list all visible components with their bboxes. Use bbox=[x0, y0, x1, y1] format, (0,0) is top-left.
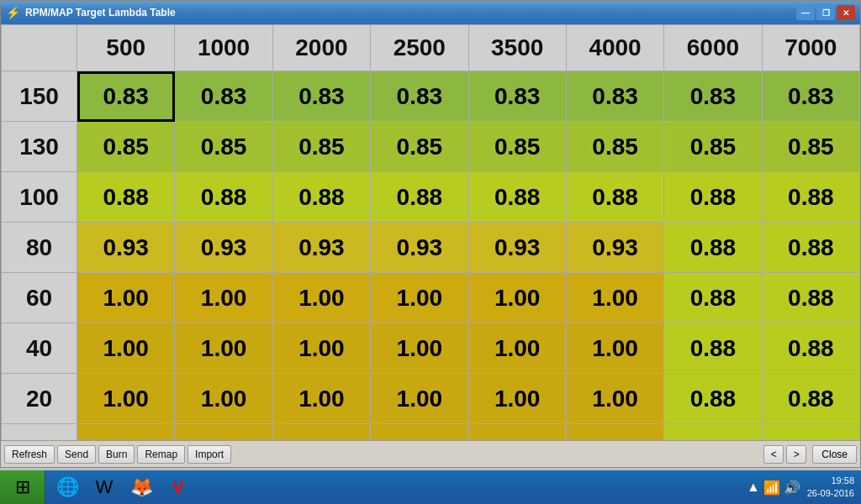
cell-150-500[interactable]: 0.83 bbox=[77, 71, 175, 122]
cell-10-500[interactable]: 1.00 bbox=[77, 424, 175, 441]
cell-60-3500[interactable]: 1.00 bbox=[468, 273, 566, 323]
cell-20-2500[interactable]: 1.00 bbox=[371, 374, 468, 424]
cell-60-2500[interactable]: 1.00 bbox=[371, 273, 468, 323]
cell-150-6000[interactable]: 0.83 bbox=[664, 71, 762, 122]
cell-60-1000[interactable]: 1.00 bbox=[175, 273, 272, 323]
taskbar: ⊞ 🌐 W 🦊 V ▲ 📶 🔊 19:58 26-09-2016 bbox=[0, 470, 861, 504]
cell-10-6000[interactable]: 0.88 bbox=[664, 424, 762, 441]
cell-60-2000[interactable]: 1.00 bbox=[272, 273, 370, 323]
cell-10-2500[interactable]: 1.00 bbox=[371, 424, 468, 441]
cell-150-2500[interactable]: 0.83 bbox=[371, 71, 468, 122]
import-button[interactable]: Import bbox=[188, 445, 231, 464]
cell-20-2000[interactable]: 1.00 bbox=[272, 374, 370, 424]
close-window-button[interactable]: ✕ bbox=[837, 5, 855, 20]
send-button[interactable]: Send bbox=[57, 445, 96, 464]
cell-130-500[interactable]: 0.85 bbox=[77, 122, 175, 172]
cell-80-2500[interactable]: 0.93 bbox=[371, 223, 468, 273]
cell-20-4000[interactable]: 1.00 bbox=[566, 374, 663, 424]
cell-100-6000[interactable]: 0.88 bbox=[664, 172, 762, 223]
cell-130-2500[interactable]: 0.85 bbox=[371, 122, 468, 172]
cell-40-1000[interactable]: 1.00 bbox=[175, 323, 272, 374]
cell-40-500[interactable]: 1.00 bbox=[77, 323, 175, 374]
cell-60-7000[interactable]: 0.88 bbox=[762, 273, 859, 323]
cell-100-3500[interactable]: 0.88 bbox=[468, 172, 566, 223]
cell-10-7000[interactable]: 0.88 bbox=[762, 424, 859, 441]
row-header-130: 130 bbox=[2, 122, 77, 172]
cell-100-2500[interactable]: 0.88 bbox=[371, 172, 468, 223]
cell-80-7000[interactable]: 0.88 bbox=[762, 223, 859, 273]
refresh-button[interactable]: Refresh bbox=[4, 445, 55, 464]
col-header-500[interactable]: 500 bbox=[77, 25, 175, 71]
nav-next-button[interactable]: > bbox=[786, 445, 806, 464]
cell-20-7000[interactable]: 0.88 bbox=[762, 374, 859, 424]
cell-100-500[interactable]: 0.88 bbox=[77, 172, 175, 223]
col-header-4000[interactable]: 4000 bbox=[566, 25, 663, 71]
cell-80-3500[interactable]: 0.93 bbox=[468, 223, 566, 273]
close-button[interactable]: Close bbox=[812, 445, 857, 464]
main-window: ⚡ RPM/MAP Target Lambda Table — ❐ ✕ 500 … bbox=[0, 0, 861, 468]
taskbar-system-icons: ▲ 📶 🔊 bbox=[747, 480, 800, 496]
cell-80-500[interactable]: 0.93 bbox=[77, 223, 175, 273]
cell-150-3500[interactable]: 0.83 bbox=[468, 71, 566, 122]
cell-60-4000[interactable]: 1.00 bbox=[566, 273, 663, 323]
taskbar-app-word[interactable]: W bbox=[87, 472, 121, 502]
cell-130-7000[interactable]: 0.85 bbox=[762, 122, 859, 172]
col-header-2500[interactable]: 2500 bbox=[371, 25, 468, 71]
cell-130-4000[interactable]: 0.85 bbox=[566, 122, 663, 172]
cell-80-4000[interactable]: 0.93 bbox=[566, 223, 663, 273]
col-header-6000[interactable]: 6000 bbox=[664, 25, 762, 71]
col-header-1000[interactable]: 1000 bbox=[175, 25, 272, 71]
row-header-40: 40 bbox=[2, 323, 77, 374]
cell-60-6000[interactable]: 0.88 bbox=[664, 273, 762, 323]
table-row: 130 0.85 0.85 0.85 0.85 0.85 0.85 0.85 0… bbox=[2, 122, 860, 172]
taskbar-app-ie[interactable]: 🌐 bbox=[50, 472, 84, 502]
cell-20-500[interactable]: 1.00 bbox=[77, 374, 175, 424]
col-header-3500[interactable]: 3500 bbox=[468, 25, 566, 71]
minimize-button[interactable]: — bbox=[796, 5, 815, 20]
maximize-button[interactable]: ❐ bbox=[816, 5, 835, 20]
table-row: 80 0.93 0.93 0.93 0.93 0.93 0.93 0.88 0.… bbox=[2, 223, 860, 273]
cell-20-6000[interactable]: 0.88 bbox=[664, 374, 762, 424]
taskbar-clock[interactable]: 19:58 26-09-2016 bbox=[807, 475, 854, 501]
cell-40-6000[interactable]: 0.88 bbox=[664, 323, 762, 374]
cell-20-3500[interactable]: 1.00 bbox=[468, 374, 566, 424]
cell-150-2000[interactable]: 0.83 bbox=[272, 71, 370, 122]
remap-button[interactable]: Remap bbox=[137, 445, 185, 464]
start-button[interactable]: ⊞ bbox=[0, 470, 45, 504]
cell-130-3500[interactable]: 0.85 bbox=[468, 122, 566, 172]
taskbar-app-firefox[interactable]: 🦊 bbox=[124, 472, 158, 502]
cell-100-4000[interactable]: 0.88 bbox=[566, 172, 663, 223]
table-row: 10 1.00 1.00 1.00 1.00 1.00 1.00 0.88 0.… bbox=[2, 424, 860, 441]
cell-100-7000[interactable]: 0.88 bbox=[762, 172, 859, 223]
cell-80-6000[interactable]: 0.88 bbox=[664, 223, 762, 273]
network-icon: 📶 bbox=[763, 480, 780, 496]
cell-40-2000[interactable]: 1.00 bbox=[272, 323, 370, 374]
cell-150-1000[interactable]: 0.83 bbox=[175, 71, 272, 122]
cell-130-6000[interactable]: 0.85 bbox=[664, 122, 762, 172]
taskbar-app-v[interactable]: V bbox=[161, 472, 195, 502]
cell-100-1000[interactable]: 0.88 bbox=[175, 172, 272, 223]
cell-150-4000[interactable]: 0.83 bbox=[566, 71, 663, 122]
cell-10-1000[interactable]: 1.00 bbox=[175, 424, 272, 441]
cell-130-1000[interactable]: 0.85 bbox=[175, 122, 272, 172]
cell-40-4000[interactable]: 1.00 bbox=[566, 323, 663, 374]
table-container: 500 1000 2000 2500 3500 4000 6000 7000 1… bbox=[1, 24, 860, 440]
nav-prev-button[interactable]: < bbox=[763, 445, 784, 464]
cell-40-3500[interactable]: 1.00 bbox=[468, 323, 566, 374]
burn-button[interactable]: Burn bbox=[98, 445, 135, 464]
cell-10-2000[interactable]: 1.00 bbox=[272, 424, 370, 441]
cell-40-2500[interactable]: 1.00 bbox=[371, 323, 468, 374]
cell-100-2000[interactable]: 0.88 bbox=[272, 172, 370, 223]
cell-130-2000[interactable]: 0.85 bbox=[272, 122, 370, 172]
cell-60-500[interactable]: 1.00 bbox=[77, 273, 175, 323]
col-header-7000[interactable]: 7000 bbox=[762, 25, 859, 71]
cell-80-1000[interactable]: 0.93 bbox=[175, 223, 272, 273]
cell-150-7000[interactable]: 0.83 bbox=[762, 71, 859, 122]
cell-20-1000[interactable]: 1.00 bbox=[175, 374, 272, 424]
col-header-2000[interactable]: 2000 bbox=[272, 25, 370, 71]
row-header-20: 20 bbox=[2, 374, 77, 424]
cell-80-2000[interactable]: 0.93 bbox=[272, 223, 370, 273]
cell-10-3500[interactable]: 1.00 bbox=[468, 424, 566, 441]
cell-10-4000[interactable]: 1.00 bbox=[566, 424, 663, 441]
cell-40-7000[interactable]: 0.88 bbox=[762, 323, 859, 374]
